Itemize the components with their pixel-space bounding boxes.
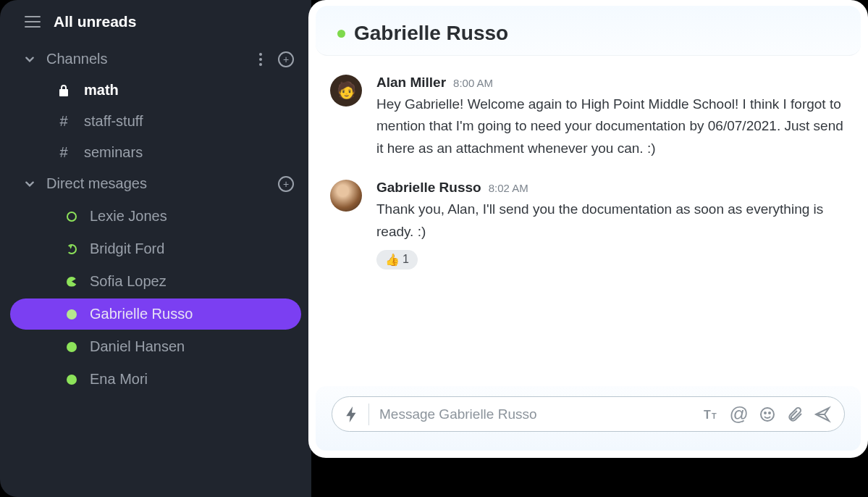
- send-icon[interactable]: [814, 406, 831, 423]
- message-sender[interactable]: Gabrielle Russo: [376, 180, 481, 196]
- channel-name: seminars: [84, 144, 143, 161]
- dm-name: Lexie Jones: [90, 208, 167, 225]
- channel-item-math[interactable]: math: [0, 75, 311, 106]
- sidebar: All unreads Channels + math # staff-stuf…: [0, 0, 311, 497]
- divider: [368, 404, 369, 425]
- message: Gabrielle Russo 8:02 AM Thank you, Alan,…: [330, 172, 846, 283]
- avatar[interactable]: [330, 180, 362, 212]
- presence-online-icon: [337, 30, 345, 38]
- avatar[interactable]: 🧑: [330, 75, 362, 106]
- message-timestamp: 8:02 AM: [489, 182, 528, 194]
- menu-icon[interactable]: [25, 16, 41, 28]
- message: 🧑 Alan Miller 8:00 AM Hey Gabrielle! Wel…: [330, 67, 846, 172]
- message-sender[interactable]: Alan Miller: [376, 75, 446, 91]
- channel-name: staff-stuff: [84, 113, 143, 130]
- lightning-icon[interactable]: [345, 406, 358, 422]
- dm-item-sofia-lopez[interactable]: Sofia Lopez: [10, 266, 301, 297]
- channel-item-staff-stuff[interactable]: # staff-stuff: [0, 106, 311, 137]
- dm-list: Lexie Jones Bridgit Ford Sofia Lopez Gab…: [0, 201, 311, 395]
- message-text: Thank you, Alan, I'll send you the docum…: [376, 199, 846, 243]
- status-online-icon: [67, 309, 77, 320]
- chevron-down-icon: [25, 179, 35, 189]
- channels-label: Channels: [46, 51, 248, 67]
- channel-list: math # staff-stuff # seminars: [0, 75, 311, 168]
- message-composer: TT @: [332, 396, 845, 432]
- reaction-thumbs-up[interactable]: 👍1: [376, 250, 418, 270]
- add-dm-button[interactable]: +: [278, 176, 294, 192]
- attachment-icon[interactable]: [786, 406, 804, 423]
- channel-name: math: [84, 82, 119, 99]
- status-refresh-icon: [67, 244, 77, 254]
- conversation-pane: Gabrielle Russo 🧑 Alan Miller 8:00 AM He…: [308, 0, 868, 458]
- emoji-icon: 👍: [385, 253, 400, 267]
- dm-item-lexie-jones[interactable]: Lexie Jones: [10, 201, 301, 232]
- format-icon[interactable]: TT: [702, 406, 720, 423]
- dm-item-bridgit-ford[interactable]: Bridgit Ford: [10, 233, 301, 264]
- mention-icon[interactable]: @: [730, 403, 749, 425]
- dm-item-daniel-hansen[interactable]: Daniel Hansen: [10, 331, 301, 362]
- reaction-count: 1: [403, 253, 409, 266]
- dm-name: Ena Mori: [90, 371, 148, 388]
- channel-item-seminars[interactable]: # seminars: [0, 137, 311, 168]
- status-online-icon: [67, 342, 77, 352]
- chevron-down-icon: [25, 54, 35, 64]
- message-list[interactable]: 🧑 Alan Miller 8:00 AM Hey Gabrielle! Wel…: [308, 59, 868, 386]
- conversation-header[interactable]: Gabrielle Russo: [316, 6, 861, 56]
- sidebar-title[interactable]: All unreads: [54, 13, 136, 30]
- dms-label: Direct mesages: [46, 175, 266, 192]
- svg-point-2: [761, 408, 774, 421]
- dms-header[interactable]: Direct mesages +: [0, 168, 311, 199]
- status-away-icon: [67, 212, 77, 222]
- message-timestamp: 8:00 AM: [453, 77, 493, 89]
- dm-name: Bridgit Ford: [90, 241, 164, 257]
- dm-item-gabrielle-russo[interactable]: Gabrielle Russo: [10, 298, 301, 330]
- lock-icon: [56, 84, 71, 97]
- add-channel-button[interactable]: +: [278, 51, 294, 67]
- hash-icon: #: [56, 113, 71, 130]
- dm-name: Daniel Hansen: [90, 338, 185, 355]
- hash-icon: #: [56, 144, 71, 161]
- svg-point-3: [764, 412, 766, 414]
- svg-text:T: T: [704, 409, 711, 421]
- emoji-icon[interactable]: [759, 406, 776, 423]
- dm-name: Sofia Lopez: [90, 273, 167, 290]
- more-icon[interactable]: [259, 53, 262, 66]
- message-text: Hey Gabrielle! Welcome again to High Poi…: [376, 93, 846, 159]
- svg-text:T: T: [712, 412, 717, 420]
- status-dnd-icon: [67, 277, 77, 287]
- status-online-icon: [67, 375, 77, 385]
- conversation-title: Gabrielle Russo: [354, 22, 508, 45]
- svg-point-4: [769, 412, 770, 414]
- dm-item-ena-mori[interactable]: Ena Mori: [10, 364, 301, 395]
- dm-name: Gabrielle Russo: [90, 306, 193, 322]
- channels-header[interactable]: Channels +: [0, 43, 311, 75]
- message-input[interactable]: [379, 406, 692, 422]
